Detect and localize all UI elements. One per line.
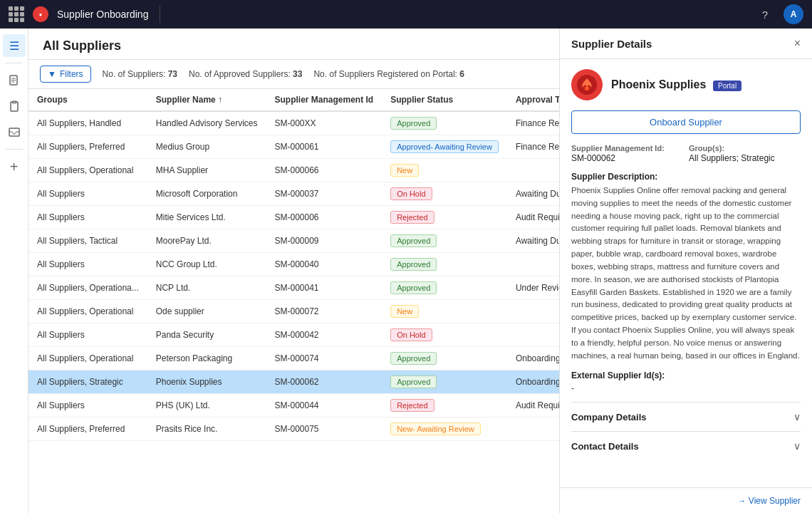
table-row[interactable]: All Suppliers Mitie Services Ltd. SM-000… bbox=[28, 206, 559, 229]
contact-details-header[interactable]: Contact Details ∨ bbox=[571, 432, 801, 460]
table-row[interactable]: All Suppliers Panda Security SM-000042 O… bbox=[28, 323, 559, 347]
company-details-chevron-icon: ∨ bbox=[793, 411, 801, 423]
sidebar-icon-clipboard[interactable] bbox=[3, 95, 26, 118]
col-groups[interactable]: Groups bbox=[28, 89, 147, 111]
table-row[interactable]: All Suppliers, Preferred Prasits Rice In… bbox=[28, 418, 559, 441]
cell-status: Approved bbox=[382, 370, 507, 394]
cell-groups: All Suppliers, Operational bbox=[28, 300, 147, 323]
table-row[interactable]: All Suppliers, Operationa... NCP Ltd. SM… bbox=[28, 276, 559, 300]
help-button[interactable]: ? bbox=[755, 4, 775, 24]
table-row[interactable]: All Suppliers PHS (UK) Ltd. SM-000044 Re… bbox=[28, 394, 559, 418]
cell-status: New bbox=[382, 159, 507, 182]
user-avatar[interactable]: A bbox=[784, 4, 803, 24]
col-management-id[interactable]: Supplier Management Id bbox=[266, 89, 382, 111]
cell-id: SM-000XX bbox=[266, 111, 382, 135]
cell-name: MoorePay Ltd. bbox=[147, 229, 266, 253]
cell-status: Approved bbox=[382, 111, 507, 135]
cell-status: On Hold bbox=[382, 323, 507, 347]
cell-id: SM-000066 bbox=[266, 159, 382, 182]
detail-panel: Supplier Details × Phoenix Supplies Port… bbox=[559, 28, 812, 513]
onboard-supplier-button[interactable]: Onboard Supplier bbox=[571, 110, 801, 134]
sidebar-divider bbox=[6, 63, 23, 63]
description-title: Supplier Description: bbox=[571, 172, 801, 182]
table-row[interactable]: All Suppliers, Operational MHA Supplier … bbox=[28, 159, 559, 182]
filters-button[interactable]: ▼ Filters bbox=[40, 66, 91, 83]
table-row[interactable]: All Suppliers, Preferred Medius Group SM… bbox=[28, 135, 559, 159]
cell-status: Rejected bbox=[382, 394, 507, 418]
sidebar-icon-inbox[interactable] bbox=[3, 120, 26, 143]
cell-id: SM-000072 bbox=[266, 300, 382, 323]
table-row[interactable]: All Suppliers, Operational Ode supplier … bbox=[28, 300, 559, 323]
cell-groups: All Suppliers, Preferred bbox=[28, 418, 147, 441]
view-supplier-link[interactable]: View Supplier bbox=[738, 496, 801, 506]
cell-tags: Audit Required (on... bbox=[507, 206, 559, 229]
app-logo bbox=[33, 6, 48, 22]
sidebar-icon-doc[interactable] bbox=[3, 69, 26, 92]
cell-tags: Finance Review Rec... bbox=[507, 135, 559, 159]
table-row[interactable]: All Suppliers, Tactical MoorePay Ltd. SM… bbox=[28, 229, 559, 253]
meta-grid: Supplier Management Id: SM-000062 Group(… bbox=[571, 144, 801, 163]
supplier-name: Phoenix Supplies bbox=[611, 78, 706, 90]
cell-tags: Onboarding Compl... bbox=[507, 370, 559, 394]
suppliers-table-area[interactable]: Groups Supplier Name ↑ Supplier Manageme… bbox=[28, 89, 559, 513]
page-title: All Suppliers bbox=[43, 38, 545, 53]
sidebar-icon-menu[interactable]: ☰ bbox=[3, 34, 26, 57]
table-row[interactable]: All Suppliers, Handled Handled Advisory … bbox=[28, 111, 559, 135]
description-text: Phoenix Supplies Online offer removal pa… bbox=[571, 185, 801, 362]
cell-name: Handled Advisory Services bbox=[147, 111, 266, 135]
company-details-header[interactable]: Company Details ∨ bbox=[571, 403, 801, 431]
contact-details-accordion[interactable]: Contact Details ∨ bbox=[571, 431, 801, 460]
table-row[interactable]: All Suppliers, Operational Peterson Pack… bbox=[28, 347, 559, 370]
cell-status: New bbox=[382, 300, 507, 323]
cell-name: Ode supplier bbox=[147, 300, 266, 323]
filter-icon: ▼ bbox=[48, 69, 56, 79]
cell-status: Rejected bbox=[382, 206, 507, 229]
panel-body[interactable]: Phoenix Supplies Portal Onboard Supplier… bbox=[560, 59, 812, 487]
cell-groups: All Suppliers, Operational bbox=[28, 347, 147, 370]
table-row[interactable]: All Suppliers NCC Group Ltd. SM-000040 A… bbox=[28, 253, 559, 276]
cell-groups: All Suppliers bbox=[28, 394, 147, 418]
cell-tags bbox=[507, 418, 559, 441]
sidebar-icon-add[interactable]: + bbox=[3, 155, 26, 178]
stat-portal: No. of Suppliers Registered on Portal: 6 bbox=[313, 69, 464, 79]
supplier-header: Phoenix Supplies Portal bbox=[571, 69, 801, 100]
cell-status: Approved- Awaiting Review bbox=[382, 135, 507, 159]
cell-name: Mitie Services Ltd. bbox=[147, 206, 266, 229]
cell-name: Panda Security bbox=[147, 323, 266, 347]
company-details-accordion[interactable]: Company Details ∨ bbox=[571, 402, 801, 431]
cell-groups: All Suppliers bbox=[28, 182, 147, 206]
cell-status: New- Awaiting Review bbox=[382, 418, 507, 441]
cell-groups: All Suppliers, Operationa... bbox=[28, 276, 147, 300]
cell-status: Approved bbox=[382, 229, 507, 253]
layout: ☰ + All Suppliers ▼ Filters No. of Suppl… bbox=[0, 28, 812, 513]
col-status[interactable]: Supplier Status bbox=[382, 89, 507, 111]
cell-tags: Audit Required (onl... bbox=[507, 394, 559, 418]
sidebar-divider2 bbox=[6, 149, 23, 150]
cell-groups: All Suppliers, Handled bbox=[28, 111, 147, 135]
cell-status: Approved bbox=[382, 347, 507, 370]
cell-name: Microsoft Corporation bbox=[147, 182, 266, 206]
cell-tags bbox=[507, 323, 559, 347]
stat-approved: No. of Approved Suppliers: 33 bbox=[189, 69, 302, 79]
cell-status: Approved bbox=[382, 253, 507, 276]
panel-title: Supplier Details bbox=[571, 38, 652, 50]
stat-suppliers: No. of Suppliers: 73 bbox=[103, 69, 177, 79]
filters-label: Filters bbox=[60, 69, 83, 79]
cell-id: SM-000040 bbox=[266, 253, 382, 276]
supplier-logo bbox=[571, 69, 603, 100]
col-approval-tags[interactable]: Approval Tags bbox=[507, 89, 559, 111]
cell-tags: Awaiting Due Dilige... bbox=[507, 182, 559, 206]
cell-id: SM-000037 bbox=[266, 182, 382, 206]
cell-name: Peterson Packaging bbox=[147, 347, 266, 370]
page-header: All Suppliers bbox=[28, 28, 559, 60]
grid-menu-icon[interactable] bbox=[9, 6, 24, 22]
contact-details-chevron-icon: ∨ bbox=[793, 440, 801, 452]
cell-tags bbox=[507, 159, 559, 182]
cell-tags: Finance Required (au... bbox=[507, 111, 559, 135]
table-row[interactable]: All Suppliers, Strategic Phoenix Supplie… bbox=[28, 370, 559, 394]
col-supplier-name[interactable]: Supplier Name ↑ bbox=[147, 89, 266, 111]
table-row[interactable]: All Suppliers Microsoft Corporation SM-0… bbox=[28, 182, 559, 206]
cell-id: SM-000009 bbox=[266, 229, 382, 253]
cell-id: SM-000044 bbox=[266, 394, 382, 418]
close-icon[interactable]: × bbox=[794, 37, 801, 50]
